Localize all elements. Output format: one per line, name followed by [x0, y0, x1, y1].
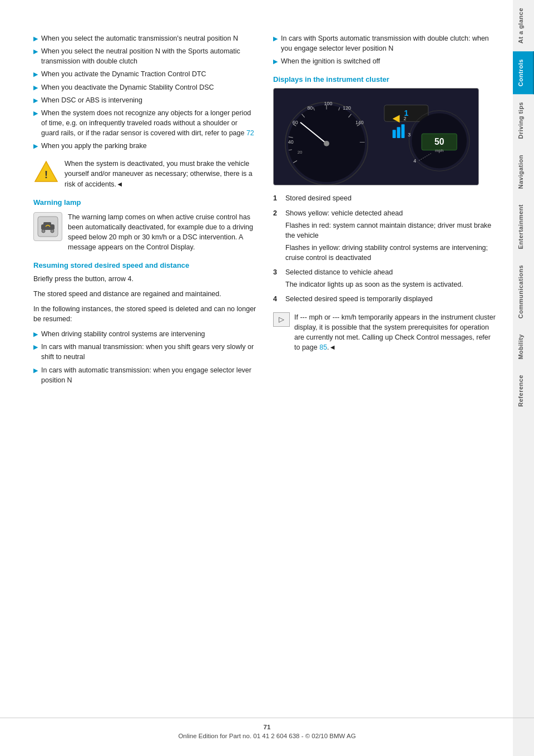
svg-text:4: 4 [413, 159, 416, 164]
page-footer: 71 Online Edition for Part no. 01 41 2 6… [0, 718, 534, 739]
page-container: ▶ When you select the automatic transmis… [0, 0, 534, 756]
list-item: ▶ When you apply the parking brake [33, 141, 256, 151]
left-column: ▶ When you select the automatic transmis… [33, 33, 256, 723]
list-item-text: In cars with automatic transmission: whe… [41, 365, 256, 385]
svg-text:50: 50 [434, 137, 444, 146]
list-item: ▶ When you select the automatic transmis… [33, 33, 256, 43]
list-item-text: When driving stability control systems a… [41, 329, 205, 339]
sidebar-tab-at-a-glance[interactable]: At a glance [513, 0, 534, 51]
lamp-icon [33, 212, 62, 241]
bullet-arrow-icon: ▶ [33, 96, 38, 105]
bullet-arrow-icon: ▶ [33, 366, 38, 375]
list-item-text: When you select the automatic transmissi… [41, 33, 238, 43]
warning-lamp-box: The warning lamp comes on when active cr… [33, 212, 256, 253]
main-content: ▶ When you select the automatic transmis… [0, 0, 513, 756]
svg-text:100: 100 [324, 101, 333, 106]
list-item-text: When you apply the parking brake [41, 141, 147, 151]
svg-text:120: 120 [343, 105, 351, 111]
bullet-arrow-icon: ▶ [33, 84, 38, 92]
list-item-text: In cars with manual transmission: when y… [41, 342, 256, 362]
list-item-text: When you activate the Dynamic Traction C… [41, 69, 206, 79]
svg-rect-41 [401, 125, 404, 139]
list-item: ▶ When the ignition is switched off [273, 56, 496, 66]
warning-lamp-heading: Warning lamp [33, 198, 256, 207]
list-item: ▶ When you deactivate the Dynamic Stabil… [33, 82, 256, 92]
svg-text:20: 20 [298, 150, 303, 155]
sidebar-tab-controls[interactable]: Controls [513, 51, 534, 94]
resuming-para3: In the following instances, the stored s… [33, 304, 256, 325]
svg-text:40: 40 [288, 139, 294, 145]
warning-body-text: When the system is deactivated, you must… [65, 159, 256, 189]
bullet-arrow-icon: ▶ [33, 330, 38, 339]
warning-triangle-icon: ! [33, 159, 59, 184]
list-item: ▶ In cars with automatic transmission: w… [33, 365, 256, 385]
svg-text:80: 80 [307, 105, 313, 111]
numbered-item-3: 3 Selected distance to vehicle ahead The… [273, 267, 496, 289]
list-item-text: When you deactivate the Dynamic Stabilit… [41, 82, 214, 92]
list-item: ▶ When the system does not recognize any… [33, 108, 256, 138]
bullet-arrow-icon: ▶ [33, 142, 38, 151]
page-number: 71 [0, 724, 534, 730]
sidebar: At a glance Controls Driving tips Naviga… [513, 0, 534, 756]
bullet-arrow-icon: ▶ [33, 47, 38, 56]
bullet-arrow-icon: ▶ [273, 35, 278, 43]
list-item-text: When the ignition is switched off [281, 56, 380, 66]
top-bullet-list: ▶ When you select the automatic transmis… [33, 33, 256, 151]
sidebar-tab-communications[interactable]: Communications [513, 257, 534, 326]
list-item-text: When the system does not recognize any o… [41, 108, 256, 138]
svg-rect-39 [393, 130, 396, 139]
svg-text:60: 60 [293, 120, 298, 126]
note-text: If --- mph or --- km/h temporarily appea… [294, 312, 496, 353]
sidebar-tab-entertainment[interactable]: Entertainment [513, 197, 534, 257]
sidebar-tab-mobility[interactable]: Mobility [513, 326, 534, 367]
note-box: ▷ If --- mph or --- km/h temporarily app… [273, 312, 496, 353]
resuming-para2: The stored speed and distance are regain… [33, 289, 256, 300]
instrument-cluster-image: 40 60 80 100 120 140 — 20 1 [273, 88, 479, 185]
resuming-section-heading: Resuming stored desired speed and distan… [33, 261, 256, 269]
resuming-para1: Briefly press the button, arrow 4. [33, 274, 256, 284]
list-item: ▶ In cars with Sports automatic transmis… [273, 33, 496, 53]
list-item: ▶ When you select the neutral position N… [33, 46, 256, 66]
sidebar-tab-reference[interactable]: Reference [513, 367, 534, 415]
warning-lamp-text: The warning lamp comes on when active cr… [68, 212, 256, 253]
svg-text:3: 3 [408, 132, 411, 138]
list-item: ▶ When driving stability control systems… [33, 329, 256, 339]
right-column: ▶ In cars with Sports automatic transmis… [273, 33, 496, 723]
list-item-text: In cars with Sports automatic transmissi… [281, 33, 496, 53]
sidebar-tab-navigation[interactable]: Navigation [513, 147, 534, 197]
resuming-bullet-list: ▶ When driving stability control systems… [33, 329, 256, 385]
list-item: ▶ In cars with manual transmission: when… [33, 342, 256, 362]
svg-text:!: ! [44, 169, 48, 180]
list-item: ▶ When you activate the Dynamic Traction… [33, 69, 256, 79]
svg-point-6 [51, 229, 54, 233]
list-item-text: When you select the neutral position N w… [41, 46, 256, 66]
svg-point-28 [324, 141, 329, 146]
list-item-text: When DSC or ABS is intervening [41, 95, 142, 105]
right-bullet-list: ▶ In cars with Sports automatic transmis… [273, 33, 496, 66]
sidebar-tab-driving-tips[interactable]: Driving tips [513, 94, 534, 147]
svg-text:mph: mph [435, 148, 443, 153]
svg-text:140: 140 [355, 120, 364, 126]
note-arrow-icon: ▷ [273, 312, 290, 327]
warning-box: ! When the system is deactivated, you mu… [33, 159, 256, 189]
numbered-item-1: 1 Stored desired speed [273, 193, 496, 203]
numbered-item-4: 4 Selected desired speed is temporarily … [273, 294, 496, 304]
list-item: ▶ When DSC or ABS is intervening [33, 95, 256, 105]
bullet-arrow-icon: ▶ [33, 343, 38, 352]
svg-rect-40 [397, 127, 400, 139]
bullet-arrow-icon: ▶ [33, 35, 38, 43]
display-section-heading: Displays in the instrument cluster [273, 75, 496, 84]
bullet-arrow-icon: ▶ [33, 109, 38, 118]
bullet-arrow-icon: ▶ [33, 70, 38, 79]
svg-point-5 [42, 229, 45, 233]
cluster-numbered-list: 1 Stored desired speed 2 Shows yellow: v… [273, 193, 496, 304]
svg-text:2: 2 [403, 116, 406, 122]
footer-text: Online Edition for Part no. 01 41 2 604 … [0, 733, 534, 739]
svg-text:—: — [360, 139, 365, 145]
numbered-item-2: 2 Shows yellow: vehicle detected ahead F… [273, 208, 496, 263]
bullet-arrow-icon: ▶ [273, 57, 278, 66]
